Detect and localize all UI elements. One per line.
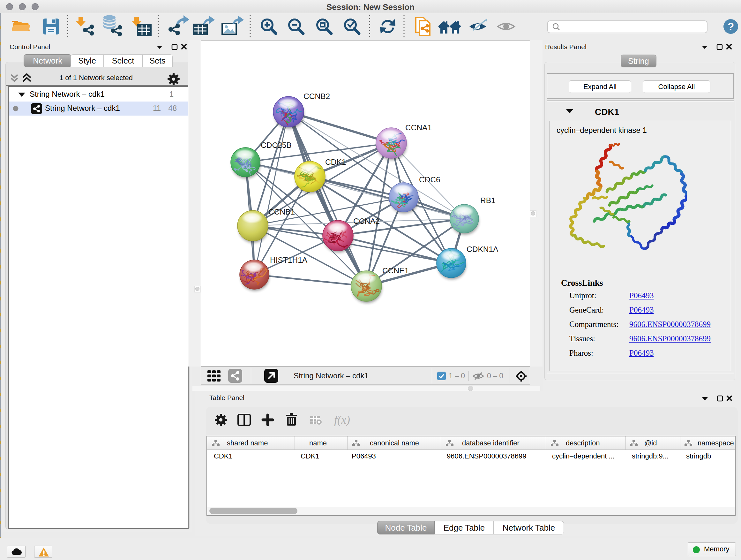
svg-text:?: ? bbox=[728, 20, 734, 33]
svg-text:CCNB2: CCNB2 bbox=[304, 92, 330, 101]
svg-text:CDC25B: CDC25B bbox=[261, 141, 292, 149]
svg-text:CCNE1: CCNE1 bbox=[382, 266, 409, 275]
svg-text:CCNB1: CCNB1 bbox=[268, 207, 295, 216]
svg-text:CCNA2: CCNA2 bbox=[353, 217, 380, 226]
svg-text:CDKN1A: CDKN1A bbox=[467, 245, 498, 253]
svg-text:CDC6: CDC6 bbox=[419, 175, 441, 184]
svg-text:RB1: RB1 bbox=[480, 196, 495, 205]
svg-text:CDK1: CDK1 bbox=[325, 158, 346, 166]
svg-text:f(x): f(x) bbox=[334, 414, 350, 426]
svg-text:HIST1H1A: HIST1H1A bbox=[270, 256, 308, 264]
svg-text:CCNA1: CCNA1 bbox=[405, 123, 432, 132]
